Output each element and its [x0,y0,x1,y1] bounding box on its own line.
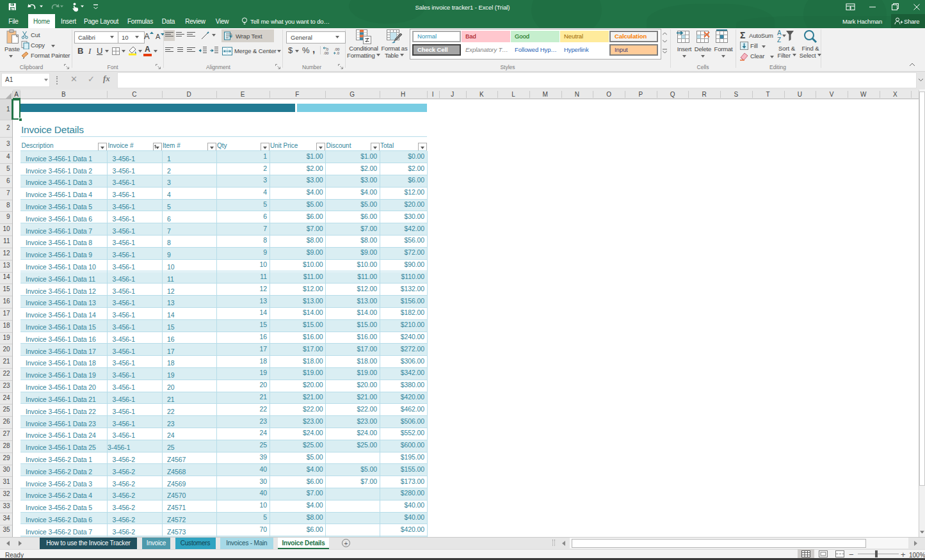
svg-text:.0: .0 [336,51,340,55]
svg-text:.00: .00 [334,47,340,51]
svg-text:.00: .00 [323,51,329,55]
svg-text:A: A [777,29,782,36]
svg-text:Z: Z [777,36,781,44]
svg-text:.0: .0 [325,47,329,51]
